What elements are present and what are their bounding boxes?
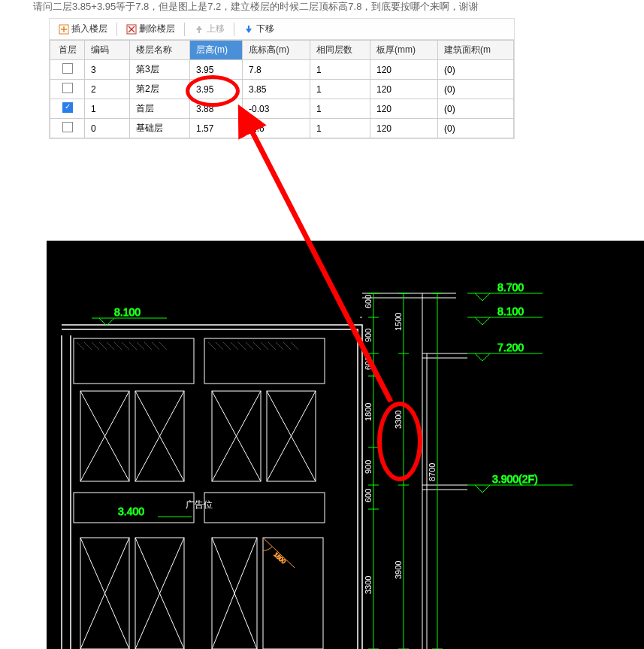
svg-line-45 [159,342,167,350]
cell-bottom[interactable]: 3.85 [243,80,310,99]
cell-name[interactable]: 基础层 [130,119,190,138]
checkbox[interactable] [62,102,73,113]
cad-dim-900a: 900 [364,329,373,342]
cad-drawing-area[interactable]: 8.100 [47,241,644,649]
insert-icon [59,24,69,35]
delete-floor-button[interactable]: 删除楼层 [120,21,181,37]
cad-elev-8700: 8.700 [497,281,524,293]
cell-thickness[interactable]: 120 [370,80,438,99]
th-height[interactable]: 层高(m) [190,41,243,60]
cad-svg: 8.100 [47,241,644,649]
svg-line-42 [137,342,144,350]
cad-dim-1800: 1800 [364,403,373,421]
cell-height[interactable]: 1.57 [190,119,243,138]
cell-bottom[interactable]: -0.03 [243,99,310,119]
floor-table-container: 插入楼层 删除楼层 上移 下移 首层 编码 [49,18,515,139]
svg-line-36 [92,342,99,350]
svg-line-47 [216,342,223,350]
cell-name[interactable]: 第3层 [130,60,190,80]
svg-rect-27 [263,538,323,649]
table-row[interactable]: 1 首层 3.88 -0.03 1 120 (0) [50,99,514,119]
cell-thickness[interactable]: 120 [370,99,438,119]
th-first-floor: 首层 [50,41,85,60]
cell-area[interactable]: (0) [438,60,514,80]
th-code: 编码 [85,41,130,60]
cad-dim-600c: 600 [364,489,373,502]
cell-same[interactable]: 1 [310,99,370,119]
cell-code[interactable]: 0 [85,119,130,138]
cell-thickness[interactable]: 120 [370,60,438,80]
checkbox-cell[interactable] [50,119,85,138]
cell-same[interactable]: 1 [310,119,370,138]
th-name: 楼层名称 [130,41,190,60]
cad-elev-8100-left: 8.100 [114,306,141,318]
svg-line-52 [253,342,261,350]
cell-area[interactable]: (0) [438,80,514,99]
insert-floor-button[interactable]: 插入楼层 [53,21,113,37]
cell-area[interactable]: (0) [438,99,514,119]
checkbox-cell[interactable] [50,60,85,80]
svg-line-46 [208,342,216,350]
svg-line-56 [283,342,291,350]
cad-dim-3300b: 3300 [364,576,373,594]
cad-dim-8700: 8700 [428,463,437,481]
cad-label-ad: 广告位 [186,499,213,510]
th-same: 相同层数 [310,41,370,60]
cell-name[interactable]: 第2层 [130,80,190,99]
svg-line-41 [129,342,137,350]
cell-name[interactable]: 首层 [130,99,190,119]
svg-line-34 [77,342,84,350]
svg-line-49 [231,342,238,350]
toolbar-divider [116,23,117,36]
checkbox[interactable] [62,83,73,93]
cell-area[interactable]: (0) [438,119,514,138]
checkbox[interactable] [62,63,73,74]
move-up-button[interactable]: 上移 [188,21,231,37]
toolbar-divider [234,23,234,36]
move-down-label: 下移 [256,23,274,35]
svg-line-48 [223,342,231,350]
cad-elev-3400: 3.400 [118,505,144,517]
svg-line-51 [246,342,253,350]
svg-line-40 [122,342,129,350]
svg-line-37 [99,342,107,350]
cell-code[interactable]: 2 [85,80,130,99]
cell-bottom[interactable]: 7.8 [243,60,310,80]
checkbox-cell[interactable] [50,80,85,99]
move-down-button[interactable]: 下移 [237,21,280,37]
cad-dim-600a: 600 [364,295,373,308]
cell-same[interactable]: 1 [310,80,370,99]
svg-rect-9 [204,338,325,384]
cell-bottom[interactable]: -1.6 [243,119,310,138]
svg-line-53 [261,342,268,350]
cad-dim-1500: 1500 [394,313,403,331]
arrow-down-icon [243,24,254,35]
cad-dim-900b: 900 [364,460,373,474]
table-row[interactable]: 0 基础层 1.57 -1.6 1 120 (0) [50,119,514,138]
svg-line-43 [144,342,152,350]
cad-elev-7200: 7.200 [497,341,524,353]
svg-line-35 [84,342,92,350]
table-row[interactable]: 2 第2层 3.95 3.85 1 120 (0) [50,80,514,99]
floor-table: 首层 编码 楼层名称 层高(m) 底标高(m) 相同层数 板厚(mm) 建筑面积… [50,40,514,138]
annotation-ellipse-2 [377,402,422,481]
cad-dim-3900: 3900 [394,561,403,579]
checkbox[interactable] [62,122,73,132]
cad-elev-8100-right: 8.100 [497,305,524,317]
arrow-up-icon [194,24,204,35]
th-area: 建筑面积(m [438,41,514,60]
table-row[interactable]: 3 第3层 3.95 7.8 1 120 (0) [50,60,514,80]
th-thickness: 板厚(mm) [370,41,438,60]
th-bottom: 底标高(m) [243,41,310,60]
cell-code[interactable]: 1 [85,99,130,119]
delete-floor-label: 删除楼层 [139,23,175,35]
cell-code[interactable]: 3 [85,60,130,80]
move-up-label: 上移 [207,23,225,35]
cad-elev-3900-2f: 3.900(2F) [492,473,538,485]
cad-angle-label: 1800 [273,551,288,566]
checkbox-cell[interactable] [50,99,85,119]
svg-line-38 [107,342,114,350]
cell-same[interactable]: 1 [310,60,370,80]
floor-toolbar: 插入楼层 删除楼层 上移 下移 [50,19,514,40]
cell-thickness[interactable]: 120 [370,119,438,138]
